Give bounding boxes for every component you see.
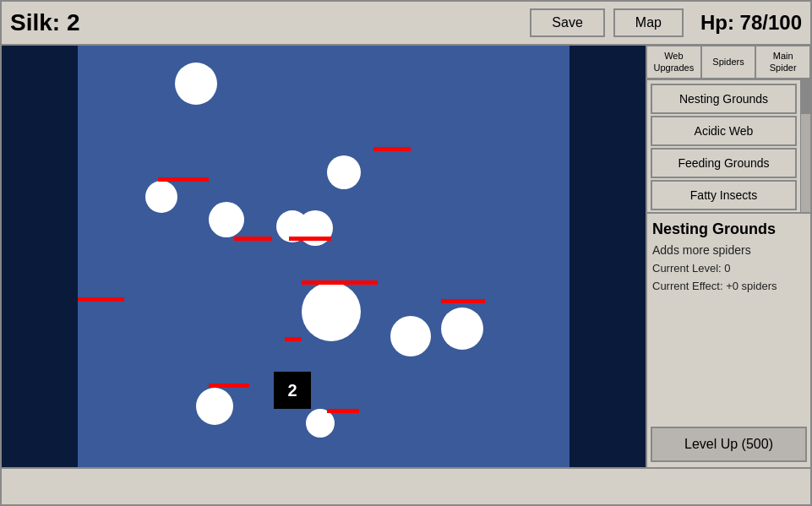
info-title: Nesting Grounds: [652, 220, 805, 238]
player-marker: 2: [274, 372, 311, 409]
upgrade-feeding-grounds[interactable]: Feeding Grounds: [651, 148, 797, 178]
left-panel: [2, 46, 78, 467]
level-up-button[interactable]: Level Up (500): [651, 427, 807, 462]
spider-circle: [302, 282, 361, 341]
info-current-effect: Current Effect: +0 spiders: [652, 280, 805, 292]
game-area: 2: [2, 46, 646, 467]
upgrade-scroll-area: Nesting Grounds Acidic Web Feeding Groun…: [647, 80, 810, 212]
upgrade-list: Nesting Grounds Acidic Web Feeding Groun…: [647, 80, 810, 212]
right-dark-panel: [569, 46, 646, 467]
health-bar: [441, 299, 485, 303]
hp-display: Hp: 78/100: [700, 11, 802, 35]
spider-circle: [441, 307, 483, 350]
upgrade-nesting-grounds[interactable]: Nesting Grounds: [651, 84, 797, 114]
health-bar: [234, 237, 272, 241]
health-bar: [158, 177, 209, 182]
spider-circle: [327, 155, 361, 189]
upgrade-acidic-web[interactable]: Acidic Web: [651, 116, 797, 146]
spider-circle: [209, 202, 244, 237]
tab-web-upgrades[interactable]: Web Upgrades: [647, 46, 701, 79]
info-description: Adds more spiders: [652, 243, 805, 257]
scrollbar-thumb[interactable]: [800, 80, 810, 114]
health-bar: [285, 337, 302, 341]
right-panel: Web Upgrades Spiders Main Spider Nesting…: [646, 46, 810, 467]
tab-row: Web Upgrades Spiders Main Spider: [647, 46, 810, 80]
info-current-level: Current Level: 0: [652, 262, 805, 275]
silk-counter: Silk: 2: [10, 9, 79, 36]
health-bar: [373, 147, 411, 151]
map-button[interactable]: Map: [613, 8, 684, 37]
upgrade-fatty-insects[interactable]: Fatty Insects: [651, 180, 797, 210]
main-area: 2 Web Upgrades Spiders Main Spider Nesti…: [2, 46, 810, 467]
health-bar: [209, 384, 249, 388]
bottom-bar: [2, 467, 810, 504]
info-panel: Nesting Grounds Adds more spiders Curren…: [647, 212, 810, 423]
spider-circle: [390, 316, 431, 356]
app: Silk: 2 Save Map Hp: 78/100: [0, 0, 812, 506]
spider-circle: [175, 63, 217, 105]
health-bar: [327, 409, 359, 413]
header: Silk: 2 Save Map Hp: 78/100: [2, 2, 810, 46]
scrollbar-track[interactable]: [800, 80, 810, 212]
canvas-area[interactable]: 2: [78, 46, 569, 467]
spider-circle: [145, 181, 177, 213]
tab-main-spider[interactable]: Main Spider: [755, 46, 810, 79]
health-bar: [302, 280, 378, 285]
tab-spiders[interactable]: Spiders: [701, 46, 756, 79]
spider-circle: [306, 409, 335, 438]
save-button[interactable]: Save: [530, 8, 604, 37]
health-bar: [78, 297, 124, 302]
health-bar: [289, 237, 331, 241]
spider-circle: [196, 388, 233, 425]
